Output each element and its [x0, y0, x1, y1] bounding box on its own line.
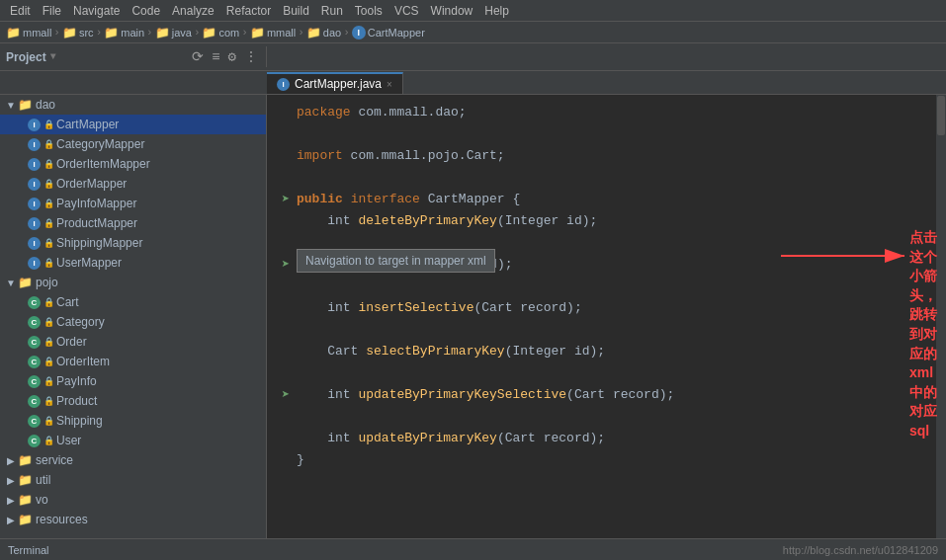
annotation-text: 点击这个小箭头，跳转到对应的 xml中的对应sql — [909, 228, 946, 441]
tree-item-order[interactable]: C 🔒 Order — [0, 332, 266, 352]
sync-icon[interactable]: ⟳ — [190, 46, 206, 67]
tab-bar: I CartMapper.java × — [0, 71, 946, 95]
menu-analyze[interactable]: Analyze — [166, 4, 220, 18]
tree-arrow-vo: ▶ — [4, 495, 18, 506]
usermapper-interface-icon: I — [28, 257, 41, 270]
breadcrumb-src[interactable]: 📁 src — [62, 26, 94, 40]
menu-help[interactable]: Help — [478, 4, 515, 18]
tab-interface-icon: I — [277, 78, 290, 91]
settings-icon[interactable]: ⚙ — [226, 46, 238, 67]
lock-icon: 🔒 — [43, 396, 54, 406]
menu-window[interactable]: Window — [425, 4, 479, 18]
tree-arrow-dao: ▼ — [4, 100, 18, 111]
breadcrumb-mmall[interactable]: 📁 mmall — [6, 26, 51, 40]
tab-close-button[interactable]: × — [387, 79, 392, 90]
code-line-11 — [267, 318, 946, 340]
code-line-1: package com.mmall.dao; — [267, 101, 946, 122]
tree-item-product[interactable]: C 🔒 Product — [0, 391, 266, 411]
tree-item-util[interactable]: ▶ 📁 util — [0, 470, 266, 490]
tree-item-user[interactable]: C 🔒 User — [0, 431, 266, 450]
code-text-13 — [297, 365, 946, 380]
breadcrumb-java[interactable]: 📁 java — [155, 26, 192, 40]
breadcrumb-cartmapper[interactable]: I CartMapper — [352, 26, 425, 40]
code-text-4 — [297, 170, 946, 185]
code-text-15 — [297, 409, 946, 424]
tree-item-category[interactable]: C 🔒 Category — [0, 312, 266, 332]
lock-icon: 🔒 — [43, 258, 54, 268]
category-label: Category — [56, 315, 105, 329]
menu-vcs[interactable]: VCS — [388, 4, 425, 18]
tree-arrow-resources: ▶ — [4, 515, 18, 525]
code-text-2 — [297, 126, 946, 141]
tooltip: Navigation to target in mapper xml — [297, 249, 495, 273]
breadcrumb-mmall2[interactable]: 📁 mmall — [250, 26, 296, 40]
bottom-terminal-label[interactable]: Terminal — [8, 544, 49, 556]
menu-file[interactable]: File — [37, 4, 67, 18]
orderitem-class-icon: C — [28, 356, 41, 368]
resources-label: resources — [36, 513, 88, 526]
order-class-icon: C — [28, 336, 41, 349]
tree-item-usermapper[interactable]: I 🔒 UserMapper — [0, 253, 266, 273]
lock-icon: 🔒 — [43, 337, 54, 347]
folder-icon: 📁 — [306, 26, 321, 40]
breadcrumb-dao[interactable]: 📁 dao — [306, 26, 341, 40]
vo-label: vo — [36, 493, 48, 507]
util-folder-icon: 📁 — [18, 473, 33, 487]
tree-item-payinfomapper[interactable]: I 🔒 PayInfoMapper — [0, 194, 266, 213]
breadcrumb-com[interactable]: 📁 com — [202, 26, 239, 40]
menu-code[interactable]: Code — [126, 4, 166, 18]
lock-icon: 🔒 — [43, 159, 54, 169]
cart-label: Cart — [56, 295, 79, 309]
tree-item-vo[interactable]: ▶ 📁 vo — [0, 490, 266, 510]
more-icon[interactable]: ⋮ — [242, 46, 260, 67]
tree-item-pojo[interactable]: ▼ 📁 pojo — [0, 273, 266, 292]
lock-icon: 🔒 — [43, 139, 54, 149]
tree-item-ordermapper[interactable]: I 🔒 OrderMapper — [0, 174, 266, 194]
tree-item-resources[interactable]: ▶ 📁 resources — [0, 510, 266, 529]
annotation-line1: 点击这个小箭头，跳转到对应的 — [909, 228, 946, 363]
lock-icon: 🔒 — [43, 357, 54, 366]
folder-icon: 📁 — [250, 26, 265, 40]
tree-item-shippingmapper[interactable]: I 🔒 ShippingMapper — [0, 233, 266, 253]
menu-navigate[interactable]: Navigate — [67, 4, 126, 18]
code-text-12: Cart selectByPrimaryKey(Integer id); — [297, 344, 946, 359]
tab-cartmapper[interactable]: I CartMapper.java × — [267, 72, 403, 94]
gutter-8[interactable]: ➤ — [275, 256, 297, 273]
tree-item-productmapper[interactable]: I 🔒 ProductMapper — [0, 213, 266, 233]
scrollbar-thumb[interactable] — [937, 96, 945, 135]
menu-tools[interactable]: Tools — [349, 4, 388, 18]
cartmapper-label: CartMapper — [56, 118, 119, 131]
tree-item-orderitemmapper[interactable]: I 🔒 OrderItemMapper — [0, 154, 266, 174]
breadcrumb-main[interactable]: 📁 main — [104, 26, 144, 40]
menu-edit[interactable]: Edit — [4, 4, 37, 18]
breadcrumb: 📁 mmall › 📁 src › 📁 main › 📁 java › 📁 co… — [0, 22, 946, 43]
code-text-10: int insertSelective(Cart record); — [297, 300, 946, 315]
code-editor[interactable]: package com.mmall.dao; import com.mmall.… — [267, 95, 946, 538]
collapse-icon[interactable]: ≡ — [210, 47, 221, 67]
code-line-15 — [267, 405, 946, 427]
dao-label: dao — [36, 98, 55, 112]
code-line-16: int updateByPrimaryKey(Cart record); — [267, 427, 946, 448]
code-line-9 — [267, 275, 946, 296]
menu-run[interactable]: Run — [315, 4, 349, 18]
order-label: Order — [56, 335, 87, 349]
gutter-5: ➤ — [275, 191, 297, 207]
productmapper-interface-icon: I — [28, 217, 41, 230]
tree-item-dao[interactable]: ▼ 📁 dao — [0, 95, 266, 115]
annotation-line2: xml中的对应sql — [909, 363, 946, 440]
code-text-5: public interface CartMapper { — [297, 192, 946, 206]
tree-item-orderitem[interactable]: C 🔒 OrderItem — [0, 352, 266, 371]
menu-refactor[interactable]: Refactor — [220, 4, 277, 18]
tree-item-cartmapper[interactable]: I 🔒 CartMapper — [0, 115, 266, 134]
folder-icon: 📁 — [6, 26, 21, 40]
tree-item-payinfo[interactable]: C 🔒 PayInfo — [0, 371, 266, 391]
code-text-16: int updateByPrimaryKey(Cart record); — [297, 431, 946, 445]
menu-build[interactable]: Build — [277, 4, 315, 18]
toolbar-dropdown-icon[interactable]: ▼ — [50, 51, 56, 62]
tree-item-service[interactable]: ▶ 📁 service — [0, 450, 266, 470]
tree-item-categorymapper[interactable]: I 🔒 CategoryMapper — [0, 134, 266, 154]
tree-item-cart[interactable]: C 🔒 Cart — [0, 292, 266, 312]
dao-folder-icon: 📁 — [18, 98, 33, 112]
payinfomapper-interface-icon: I — [28, 198, 41, 210]
tree-item-shipping[interactable]: C 🔒 Shipping — [0, 411, 266, 431]
